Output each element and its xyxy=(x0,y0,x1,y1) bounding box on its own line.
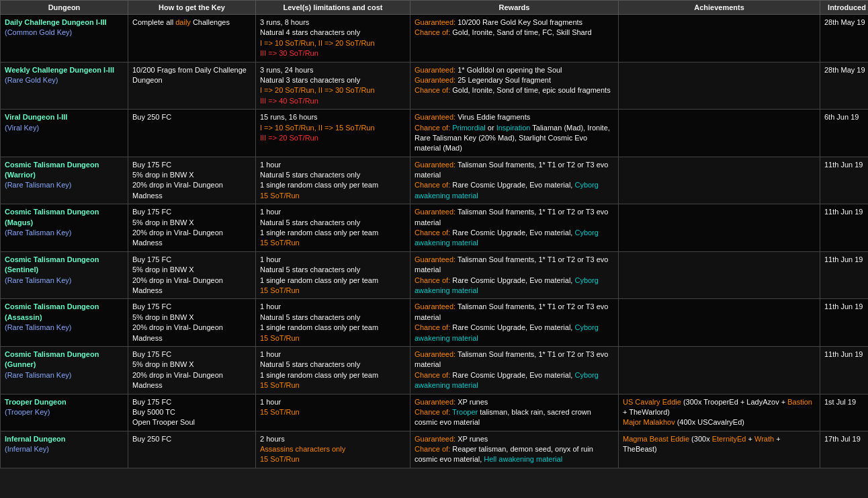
achievements-cell xyxy=(619,346,820,394)
dungeon-name: Cosmic Talisman Dungeon (Gunner) xyxy=(5,350,99,368)
dungeon-sub: (Rare Talisman Key) xyxy=(5,371,71,379)
dungeon-name: Viral Dungeon I-III xyxy=(5,113,67,121)
key-cell: Buy 250 FC xyxy=(128,110,256,157)
dungeon-cell: Weekly Challenge Dungeon I-III(Rare Gold… xyxy=(1,62,128,110)
introduced-cell: 11th Jun 19 xyxy=(820,251,869,299)
rewards-cell: Guaranteed: 10/200 Rare Gold Key Soul fr… xyxy=(410,15,619,63)
dungeon-name: Daily Challenge Dungeon I-III xyxy=(5,18,107,26)
level-cell: 1 hourNatural 5 stars characters only1 s… xyxy=(256,346,410,394)
introduced-cell: 11th Jun 19 xyxy=(820,157,869,204)
header-introduced: Introduced xyxy=(820,1,869,15)
table-row: Weekly Challenge Dungeon I-III(Rare Gold… xyxy=(1,62,869,110)
dungeon-name: Infernal Dungeon xyxy=(5,435,65,443)
key-cell: Buy 175 FC5% drop in BNW X20% drop in Vi… xyxy=(128,157,256,204)
level-cell: 3 runs, 8 hoursNatural 4 stars character… xyxy=(256,15,410,63)
level-cell: 2 hoursAssassins characters only15 SoT/R… xyxy=(256,431,410,468)
achievements-cell xyxy=(619,15,820,63)
dungeon-cell: Cosmic Talisman Dungeon (Magus)(Rare Tal… xyxy=(1,204,128,252)
rewards-cell: Guaranteed: XP runesChance of: Reaper ta… xyxy=(410,431,619,468)
level-cell: 1 hourNatural 5 stars characters only1 s… xyxy=(256,251,410,299)
key-cell: Buy 175 FC5% drop in BNW X20% drop in Vi… xyxy=(128,204,256,252)
key-cell: Complete all daily Challenges xyxy=(128,15,256,63)
dungeon-sub: (Common Gold Key) xyxy=(5,28,72,36)
table-row: Cosmic Talisman Dungeon (Magus)(Rare Tal… xyxy=(1,204,869,252)
achievements-cell xyxy=(619,299,820,347)
dungeon-name: Weekly Challenge Dungeon I-III xyxy=(5,66,114,74)
rewards-cell: Guaranteed: Talisman Soul framents, 1* T… xyxy=(410,299,619,347)
rewards-cell: Guaranteed: Talisman Soul framents, 1* T… xyxy=(410,251,619,299)
introduced-cell: 28th May 19 xyxy=(820,62,869,110)
header-dungeon: Dungeon xyxy=(1,1,128,15)
dungeon-name: Cosmic Talisman Dungeon (Magus) xyxy=(5,208,99,226)
level-cell: 1 hourNatural 5 stars characters only1 s… xyxy=(256,157,410,204)
dungeon-cell: Viral Dungeon I-III(Viral Key) xyxy=(1,110,128,157)
introduced-cell: 11th Jun 19 xyxy=(820,299,869,347)
rewards-cell: Guaranteed: 1* GoldIdol on opening the S… xyxy=(410,62,619,110)
rewards-cell: Guaranteed: Talisman Soul framents, 1* T… xyxy=(410,204,619,252)
table-row: Viral Dungeon I-III(Viral Key)Buy 250 FC… xyxy=(1,110,869,157)
achievements-cell: Magma Beast Eddie (300x EternityEd + Wra… xyxy=(619,431,820,468)
achievements-cell xyxy=(619,110,820,157)
dungeon-cell: Daily Challenge Dungeon I-III(Common Gol… xyxy=(1,15,128,63)
dungeon-cell: Trooper Dungeon(Trooper Key) xyxy=(1,394,128,431)
table-row: Cosmic Talisman Dungeon (Sentinel)(Rare … xyxy=(1,251,869,299)
rewards-cell: Guaranteed: XP runesChance of: Trooper t… xyxy=(410,394,619,431)
key-cell: Buy 175 FC5% drop in BNW X20% drop in Vi… xyxy=(128,299,256,347)
dungeon-name: Trooper Dungeon xyxy=(5,398,67,406)
key-cell: 10/200 Frags from Daily Challenge Dungeo… xyxy=(128,62,256,110)
achievements-cell xyxy=(619,204,820,252)
dungeon-sub: (Infernal Key) xyxy=(5,445,49,453)
key-cell: Buy 175 FC5% drop in BNW X20% drop in Vi… xyxy=(128,346,256,394)
key-cell: Buy 175 FC5% drop in BNW X20% drop in Vi… xyxy=(128,251,256,299)
dungeon-sub: (Rare Talisman Key) xyxy=(5,276,71,284)
level-cell: 15 runs, 16 hoursI => 10 SoT/Run, II => … xyxy=(256,110,410,157)
achievements-cell: US Cavalry Eddie (300x TrooperEd + LadyA… xyxy=(619,394,820,431)
header-level: Level(s) limitations and cost xyxy=(256,1,410,15)
dungeon-sub: (Trooper Key) xyxy=(5,408,50,416)
level-cell: 1 hourNatural 5 stars characters only1 s… xyxy=(256,299,410,347)
dungeon-name: Cosmic Talisman Dungeon (Assassin) xyxy=(5,302,99,321)
level-cell: 1 hourNatural 5 stars characters only1 s… xyxy=(256,204,410,252)
level-cell: 1 hour15 SoT/Run xyxy=(256,394,410,431)
introduced-cell: 11th Jun 19 xyxy=(820,346,869,394)
header-achievements: Achievements xyxy=(619,1,820,15)
rewards-cell: Guaranteed: Talisman Soul framents, 1* T… xyxy=(410,346,619,394)
table-row: Infernal Dungeon(Infernal Key)Buy 250 FC… xyxy=(1,431,869,468)
dungeon-sub: (Rare Talisman Key) xyxy=(5,181,71,189)
table-header: Dungeon How to get the Key Level(s) limi… xyxy=(1,1,869,15)
level-cell: 3 runs, 24 hoursNatural 3 stars characte… xyxy=(256,62,410,110)
header-rewards: Rewards xyxy=(410,1,619,15)
introduced-cell: 17th Jul 19 xyxy=(820,431,869,468)
table-row: Daily Challenge Dungeon I-III(Common Gol… xyxy=(1,15,869,63)
rewards-cell: Guaranteed: Talisman Soul framents, 1* T… xyxy=(410,157,619,204)
dungeon-name: Cosmic Talisman Dungeon (Sentinel) xyxy=(5,255,99,274)
table-row: Trooper Dungeon(Trooper Key)Buy 175 FCBu… xyxy=(1,394,869,431)
introduced-cell: 11th Jun 19 xyxy=(820,204,869,252)
dungeon-name: Cosmic Talisman Dungeon (Warrior) xyxy=(5,161,99,179)
dungeon-cell: Cosmic Talisman Dungeon (Sentinel)(Rare … xyxy=(1,251,128,299)
achievements-cell xyxy=(619,62,820,110)
achievements-cell xyxy=(619,251,820,299)
achievements-cell xyxy=(619,157,820,204)
dungeon-sub: (Rare Talisman Key) xyxy=(5,229,71,237)
header-key: How to get the Key xyxy=(128,1,256,15)
dungeon-sub: (Viral Key) xyxy=(5,124,39,132)
dungeon-cell: Infernal Dungeon(Infernal Key) xyxy=(1,431,128,468)
table-body: Daily Challenge Dungeon I-III(Common Gol… xyxy=(1,15,869,468)
dungeon-table: Dungeon How to get the Key Level(s) limi… xyxy=(0,0,868,468)
dungeon-sub: (Rare Gold Key) xyxy=(5,76,58,84)
key-cell: Buy 250 FC xyxy=(128,431,256,468)
key-cell: Buy 175 FCBuy 5000 TCOpen Trooper Soul xyxy=(128,394,256,431)
introduced-cell: 28th May 19 xyxy=(820,15,869,63)
introduced-cell: 6th Jun 19 xyxy=(820,110,869,157)
rewards-cell: Guaranteed: Virus Eddie fragmentsChance … xyxy=(410,110,619,157)
table-row: Cosmic Talisman Dungeon (Assassin)(Rare … xyxy=(1,299,869,347)
table-row: Cosmic Talisman Dungeon (Warrior)(Rare T… xyxy=(1,157,869,204)
introduced-cell: 1st Jul 19 xyxy=(820,394,869,431)
dungeon-sub: (Rare Talisman Key) xyxy=(5,323,71,331)
dungeon-cell: Cosmic Talisman Dungeon (Warrior)(Rare T… xyxy=(1,157,128,204)
dungeon-cell: Cosmic Talisman Dungeon (Assassin)(Rare … xyxy=(1,299,128,347)
table-row: Cosmic Talisman Dungeon (Gunner)(Rare Ta… xyxy=(1,346,869,394)
dungeon-cell: Cosmic Talisman Dungeon (Gunner)(Rare Ta… xyxy=(1,346,128,394)
